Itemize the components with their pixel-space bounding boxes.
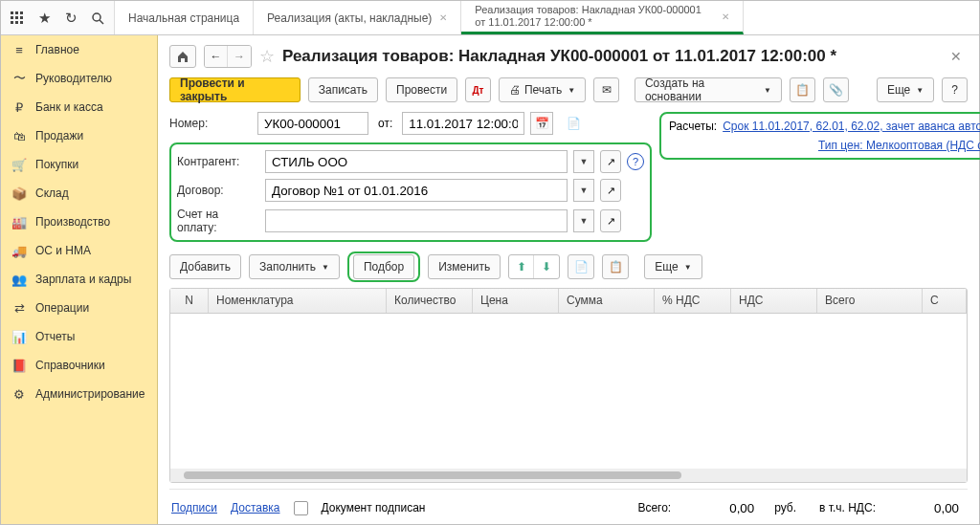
contract-open[interactable]: ↗	[600, 179, 621, 202]
sidebar-item-assets[interactable]: 🚚ОС и НМА	[1, 236, 157, 265]
tab-start[interactable]: Начальная страница	[115, 1, 254, 34]
email-button[interactable]: ✉	[593, 77, 619, 102]
col-price[interactable]: Цена	[473, 289, 559, 313]
people-icon: 👥	[12, 273, 26, 286]
svg-rect-8	[20, 21, 23, 24]
doc-signed-label: Документ подписан	[322, 501, 426, 514]
svg-line-10	[100, 20, 103, 24]
create-based-button[interactable]: Создать на основании▼	[635, 77, 782, 102]
ops-icon: ⇄	[12, 301, 26, 315]
home-button[interactable]	[169, 45, 196, 68]
sidebar-item-stock[interactable]: 📦Склад	[1, 179, 157, 208]
bar-icon: 📊	[12, 330, 26, 343]
sidebar-item-purch[interactable]: 🛒Покупки	[1, 150, 157, 179]
total-label: Всего:	[637, 501, 671, 514]
printer-icon: 🖨	[509, 83, 521, 97]
ruble-icon: ₽	[12, 100, 26, 114]
col-qty[interactable]: Количество	[387, 289, 473, 313]
col-sum[interactable]: Сумма	[559, 289, 655, 313]
svg-rect-3	[11, 16, 13, 19]
movements-button[interactable]: Дт	[465, 77, 491, 102]
sidebar-item-ops[interactable]: ⇄Операции	[1, 294, 157, 322]
table-body[interactable]	[170, 314, 967, 469]
contract-dropdown[interactable]: ▼	[573, 179, 594, 202]
price-type-link[interactable]: Тип цен: Мелкооптовая (НДС сверху)	[818, 139, 980, 152]
close-icon[interactable]: ✕	[439, 12, 447, 23]
sidebar-item-hr[interactable]: 👥Зарплата и кадры	[1, 265, 157, 294]
add-button[interactable]: Добавить	[169, 254, 241, 279]
invoice-open[interactable]: ↗	[600, 209, 621, 232]
move-up-button[interactable]: ⬆	[509, 255, 534, 278]
invoice-dropdown[interactable]: ▼	[573, 209, 594, 232]
chart-icon: 〜	[12, 72, 26, 85]
star-icon[interactable]: ★	[35, 10, 53, 27]
tab-doc-active[interactable]: Реализация товаров: Накладная УК00-00000…	[461, 1, 744, 34]
sidebar-item-admin[interactable]: ⚙Администрирование	[1, 380, 157, 408]
paste-button[interactable]: 📋	[602, 254, 629, 279]
svg-point-9	[93, 13, 100, 21]
write-button[interactable]: Записать	[308, 77, 378, 102]
number-input[interactable]	[257, 112, 368, 135]
col-extra[interactable]: С	[923, 289, 967, 313]
page-title: Реализация товаров: Накладная УК00-00000…	[282, 47, 937, 66]
contract-input[interactable]	[265, 179, 568, 202]
svg-rect-2	[20, 11, 23, 14]
counterparty-open[interactable]: ↗	[600, 150, 621, 173]
date-input[interactable]	[402, 112, 524, 135]
search-icon[interactable]	[89, 10, 106, 27]
help-icon[interactable]: ?	[627, 153, 644, 170]
sidebar-item-bank[interactable]: ₽Банк и касса	[1, 93, 157, 121]
col-n[interactable]: N	[170, 289, 209, 313]
change-button[interactable]: Изменить	[428, 254, 501, 279]
signatures-link[interactable]: Подписи	[171, 501, 217, 514]
counterparty-label: Контрагент:	[177, 155, 259, 168]
tab-doc-list[interactable]: Реализация (акты, накладные)✕	[254, 1, 461, 34]
move-down-button[interactable]: ⬇	[534, 255, 559, 278]
h-scrollbar[interactable]	[170, 469, 967, 482]
items-table: N Номенклатура Количество Цена Сумма % Н…	[169, 288, 968, 483]
calendar-button[interactable]: 📅	[530, 112, 553, 135]
attach-button[interactable]: 📎	[823, 77, 849, 102]
close-page-button[interactable]: ✕	[945, 49, 968, 64]
print-button[interactable]: 🖨Печать▼	[499, 77, 586, 102]
forward-button[interactable]: →	[228, 46, 251, 67]
sidebar-item-prod[interactable]: 🏭Производство	[1, 208, 157, 236]
copy-button[interactable]: 📄	[568, 254, 594, 279]
post-close-button[interactable]: Провести и закрыть	[169, 77, 301, 102]
sidebar-item-sales[interactable]: 🛍Продажи	[1, 121, 157, 150]
history-icon[interactable]: ↻	[62, 10, 79, 27]
svg-rect-6	[11, 21, 13, 24]
table-more-button[interactable]: Еще▼	[644, 254, 702, 279]
report-button[interactable]: 📋	[790, 77, 815, 102]
doc-signed-checkbox[interactable]	[294, 501, 308, 515]
svg-rect-1	[15, 11, 18, 14]
counterparty-input[interactable]	[265, 150, 568, 173]
apps-icon[interactable]	[9, 10, 26, 27]
col-nomenclature[interactable]: Номенклатура	[209, 289, 387, 313]
delivery-link[interactable]: Доставка	[231, 501, 280, 514]
col-vatpct[interactable]: % НДС	[655, 289, 731, 313]
favorite-icon[interactable]: ☆	[259, 46, 275, 67]
help-button[interactable]: ?	[942, 77, 968, 102]
invoice-label: Счет на оплату:	[177, 208, 259, 234]
counterparty-dropdown[interactable]: ▼	[573, 150, 594, 173]
col-vat[interactable]: НДС	[731, 289, 817, 313]
sidebar-item-main[interactable]: ≡Главное	[1, 35, 157, 64]
sidebar-item-manager[interactable]: 〜Руководителю	[1, 64, 157, 93]
sidebar-item-reports[interactable]: 📊Отчеты	[1, 322, 157, 351]
sidebar-item-refs[interactable]: 📕Справочники	[1, 351, 157, 380]
invoice-input[interactable]	[265, 209, 568, 232]
col-total[interactable]: Всего	[817, 289, 923, 313]
post-button[interactable]: Провести	[386, 77, 457, 102]
pick-button[interactable]: Подбор	[353, 254, 414, 279]
close-icon[interactable]: ✕	[722, 11, 729, 22]
gear-icon: ⚙	[12, 387, 26, 401]
svg-rect-5	[20, 16, 23, 19]
vat-label: в т.ч. НДС:	[819, 501, 876, 514]
more-button[interactable]: Еще▼	[877, 77, 934, 102]
calc-link[interactable]: Срок 11.01.2017, 62.01, 62.02, зачет ава…	[723, 120, 980, 133]
doc-status-icon[interactable]: 📄	[567, 117, 581, 130]
back-button[interactable]: ←	[205, 46, 228, 67]
fill-button[interactable]: Заполнить▼	[249, 254, 340, 279]
sidebar: ≡Главное 〜Руководителю ₽Банк и касса 🛍Пр…	[1, 35, 158, 524]
